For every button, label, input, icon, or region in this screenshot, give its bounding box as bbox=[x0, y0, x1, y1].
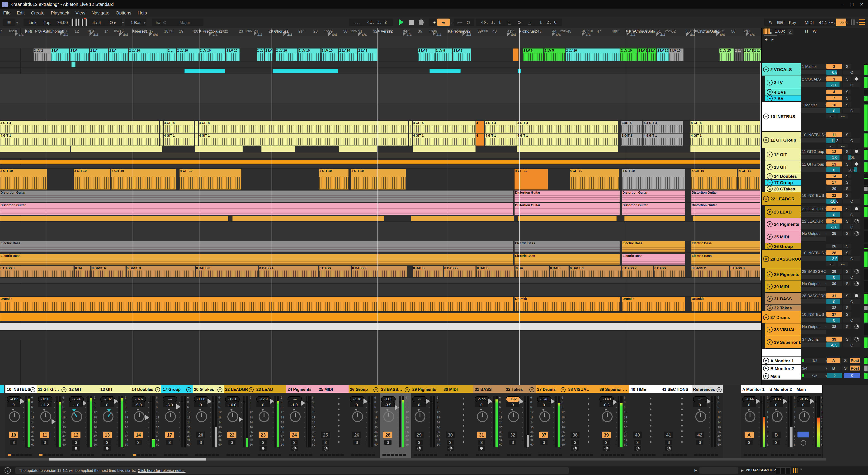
clip[interactable] bbox=[409, 133, 412, 146]
clip[interactable]: 8 BASS 2 bbox=[352, 266, 407, 277]
midi-indicator[interactable] bbox=[852, 336, 860, 342]
strip-number-button[interactable]: B bbox=[772, 432, 781, 438]
post-toggle[interactable]: Post bbox=[850, 365, 860, 370]
clip[interactable] bbox=[195, 146, 243, 152]
strip-solo-button[interactable]: S bbox=[602, 440, 610, 445]
lane-26group[interactable] bbox=[0, 216, 761, 222]
strip-number-button[interactable]: 10 bbox=[9, 432, 18, 438]
record-button[interactable] bbox=[414, 19, 427, 26]
strip-number-button[interactable]: 32 bbox=[508, 432, 517, 438]
group-fold-icon[interactable]: ≡ bbox=[763, 137, 769, 143]
lane-28bassgroup[interactable] bbox=[0, 222, 761, 241]
scale-name-select[interactable]: Major bbox=[177, 19, 204, 26]
pan-knob[interactable] bbox=[258, 411, 270, 422]
mixer-strip-23-lead[interactable]: 23 LEAD-12.90606121824303642486023S bbox=[255, 385, 287, 458]
track-header-a-monitor-1[interactable]: ▶A Monitor 11/2▾ASPost bbox=[762, 357, 868, 364]
strip-name[interactable]: 10 INSTBUS≡ bbox=[5, 386, 37, 393]
strip-name[interactable]: 12 GIT bbox=[68, 386, 99, 393]
pan-knob[interactable] bbox=[695, 411, 706, 422]
fader-handle[interactable] bbox=[783, 398, 787, 404]
group-fold-icon[interactable]: ≡ bbox=[767, 173, 773, 179]
clip[interactable] bbox=[273, 69, 338, 73]
mixer-strip-31-bass[interactable]: 31 BASS-5.550606121824303642486031S bbox=[473, 385, 505, 458]
mixer-strip-38-visual[interactable]: 38 VISUAL38S bbox=[567, 385, 598, 458]
clip[interactable]: 4 GIT 10 bbox=[0, 169, 47, 189]
close-button[interactable]: ✕ bbox=[860, 2, 864, 7]
volume-value[interactable]: 0 bbox=[256, 402, 270, 407]
quantize-caret[interactable]: ▾ bbox=[140, 19, 149, 26]
clip[interactable] bbox=[409, 121, 412, 133]
clip[interactable]: 4 GIT 4 bbox=[690, 121, 761, 133]
strip-group-icon[interactable]: ≡ bbox=[30, 387, 35, 392]
clip[interactable]: 2 LV 10 bbox=[321, 49, 338, 61]
peak-value[interactable]: -7.24 bbox=[69, 396, 84, 402]
clip[interactable] bbox=[195, 121, 198, 133]
clip[interactable]: 2 LV 10 bbox=[129, 49, 166, 61]
fader-handle[interactable] bbox=[270, 398, 274, 404]
clip[interactable] bbox=[160, 121, 163, 133]
peak-value[interactable]: -0.35 bbox=[770, 396, 784, 402]
track-name-cell[interactable]: ≡11 GITGroup bbox=[762, 131, 801, 148]
clip[interactable] bbox=[195, 133, 198, 146]
peak-value[interactable]: -1.06 bbox=[194, 396, 209, 402]
track-number-button[interactable]: 13 bbox=[827, 161, 842, 167]
pan-knob[interactable] bbox=[539, 411, 550, 422]
pan-box[interactable]: 20L bbox=[843, 155, 860, 160]
peak-value[interactable]: -19.1 bbox=[225, 396, 240, 402]
track-number-button[interactable]: 30 bbox=[827, 281, 842, 286]
group-fold-icon[interactable]: ≡ bbox=[767, 95, 773, 101]
output-routing-select[interactable]: 10 INSTBUS▾ bbox=[801, 250, 829, 255]
pan-box[interactable]: C bbox=[843, 212, 860, 217]
volume-box[interactable]: 0 bbox=[827, 212, 842, 217]
mixer-strip-26-group[interactable]: 26 Group≡-3.180606121824303642486026S bbox=[348, 385, 380, 458]
clip[interactable]: Electric Bass bbox=[622, 254, 685, 265]
strip-number-button[interactable]: 24 bbox=[290, 432, 299, 438]
clip[interactable]: 2 LV 8 bbox=[453, 49, 471, 61]
output-routing-select[interactable]: No Output▾ bbox=[801, 231, 829, 236]
group-fold-icon[interactable]: ≡ bbox=[763, 66, 769, 72]
solo-button[interactable]: S bbox=[842, 358, 848, 363]
track-number-button[interactable]: 23 bbox=[827, 206, 842, 211]
strip-number-button[interactable]: 29 bbox=[414, 432, 424, 438]
arm-button[interactable] bbox=[852, 77, 860, 82]
loop-length-display[interactable]: 1. 2. 0 bbox=[533, 19, 562, 26]
arrangement-marker-ChorusOutro[interactable]: ChorusOutro bbox=[694, 28, 719, 34]
mixer-strip-22-leadgr[interactable]: 22 LEADGR≡-19.1-10.060612182430364248602… bbox=[224, 385, 255, 458]
track-header-b-monitor-2[interactable]: ▶B Monitor 23/4▾BSPost bbox=[762, 365, 868, 372]
routing-extra-box[interactable] bbox=[801, 318, 826, 322]
strip-midi-indicator[interactable] bbox=[665, 446, 672, 451]
strip-arm-button[interactable] bbox=[478, 446, 485, 451]
midi-indicator[interactable] bbox=[852, 324, 860, 329]
track-header-10-instbus[interactable]: ≡10 INSTBUS1 Master▾10S0C-∞-∞ bbox=[762, 102, 868, 131]
fold-arrow-icon[interactable]: ▼ bbox=[767, 221, 773, 227]
track-header-23-lead[interactable]: ▼23 LEAD22 LEADGR▾23S0C bbox=[762, 206, 868, 217]
clip[interactable]: 1 GIT 1 bbox=[621, 133, 643, 146]
strip-number-button[interactable]: 13 bbox=[103, 432, 112, 438]
mixer-strip-25-midi[interactable]: 25 MIDI25S bbox=[317, 385, 349, 458]
pan-knob[interactable] bbox=[602, 411, 613, 422]
strip-midi-indicator[interactable] bbox=[415, 446, 423, 451]
volume-box[interactable]: -0.5 bbox=[827, 343, 842, 348]
clip[interactable] bbox=[72, 61, 75, 67]
track-name-cell[interactable]: ▼39 Superior Dr bbox=[765, 336, 801, 348]
volume-value[interactable]: 0 bbox=[693, 402, 707, 407]
clip[interactable]: 4 GIT 10 bbox=[569, 169, 619, 189]
clip[interactable]: 4 GIT 10 bbox=[74, 169, 111, 189]
track-name-cell[interactable]: ≡32 Takes bbox=[765, 305, 801, 311]
strip-midi-indicator[interactable] bbox=[602, 446, 610, 451]
solo-button[interactable]: S bbox=[843, 336, 851, 342]
fold-arrow-icon[interactable]: ▼ bbox=[767, 327, 773, 332]
solo-button[interactable]: S bbox=[843, 186, 851, 191]
clip[interactable]: Distortion Guitar bbox=[691, 190, 761, 202]
clip[interactable]: 8 BASS bbox=[412, 266, 443, 277]
track-header-11-gitgroup[interactable]: ≡11 GITGroup10 INSTBUS▾11S-11.2C-∞-∞ bbox=[762, 131, 868, 148]
clip[interactable]: 8 BASS bbox=[476, 266, 515, 277]
zoom-width-button[interactable]: W bbox=[811, 29, 818, 34]
track-name-cell[interactable]: ▼3 LV bbox=[765, 76, 801, 89]
track-number-button[interactable]: 3 bbox=[827, 77, 842, 82]
clip[interactable]: Distortion Guitar bbox=[515, 190, 620, 202]
clip[interactable] bbox=[514, 133, 517, 146]
strip-arm-button[interactable] bbox=[259, 446, 267, 451]
strip-name[interactable]: 11 GITGroup≡ bbox=[37, 386, 68, 393]
track-header-20-gtakes[interactable]: ≡20 GTakes20S bbox=[762, 186, 868, 192]
